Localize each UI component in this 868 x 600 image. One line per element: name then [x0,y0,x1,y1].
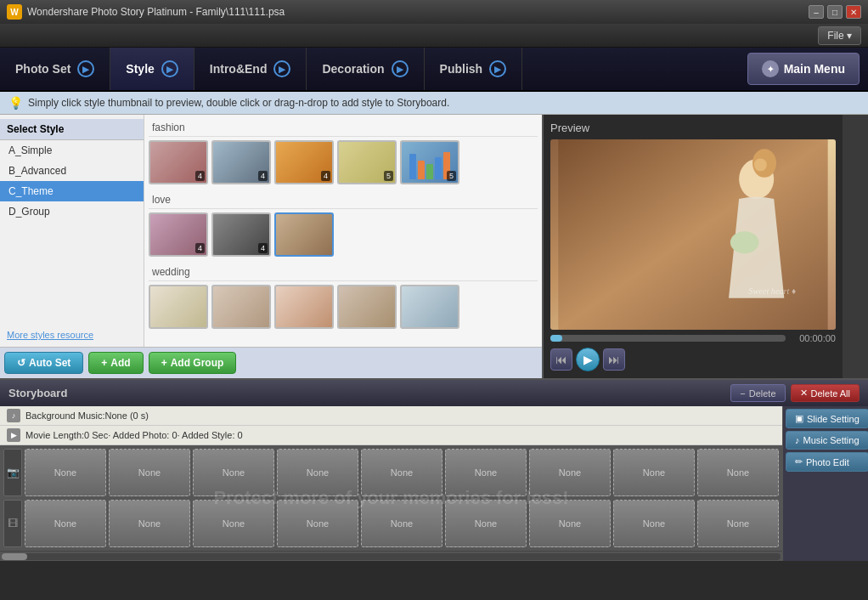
preview-progress-area: 00:00:00 [550,333,836,343]
style-thumb-f5[interactable]: 5 [400,140,459,184]
preview-time: 00:00:00 [789,333,836,343]
nav-decoration-label: Decoration [322,62,384,76]
hint-icon: 💡 [8,96,23,110]
sb-cell-1-9[interactable]: None [697,449,779,496]
storyboard-grid: Protect more of your memories for less! … [0,445,782,551]
sb-cell-1-7[interactable]: None [529,449,611,496]
category-a-simple[interactable]: A_Simple [0,140,144,161]
close-button[interactable]: ✕ [846,5,861,19]
sb-cell-2-6[interactable]: None [445,500,527,547]
nav-photo-set[interactable]: Photo Set ▶ [0,48,110,90]
app-logo: W [7,4,22,20]
style-grid: fashion 4 4 4 5 [144,115,542,347]
file-menu-button[interactable]: File ▾ [818,26,861,45]
nav-intro-end[interactable]: Intro&End ▶ [194,48,307,90]
sb-cell-2-5[interactable]: None [361,500,442,547]
sb-cell-2-7[interactable]: None [529,500,611,547]
delete-all-button[interactable]: ✕ Delete All [791,384,860,402]
x-icon: ✕ [800,388,808,399]
storyboard-row-2: 🎞 None None None None None None None Non… [3,500,779,547]
bar2 [418,161,425,179]
style-thumb-f2[interactable]: 4 [211,140,271,184]
category-list-header: Select Style [0,119,144,140]
horizontal-scrollbar[interactable] [0,551,782,561]
main-menu-label: Main Menu [784,62,845,76]
next-frame-button[interactable]: ⏭ [603,348,625,371]
fashion-row: 4 4 4 5 [149,140,538,184]
sb-cell-2-9[interactable]: None [697,500,779,547]
thumb-l2-badge: 4 [258,243,268,253]
category-c-theme[interactable]: C_Theme [0,181,144,201]
sb-cell-2-3[interactable]: None [193,500,274,547]
category-b-advanced[interactable]: B_Advanced [0,161,144,181]
scrollbar-thumb[interactable] [2,553,27,560]
nav-style-label: Style [126,62,154,76]
nav-publish[interactable]: Publish ▶ [425,48,523,90]
sb-cell-2-1[interactable]: None [25,500,106,547]
wedding-row [149,285,538,329]
slide-setting-button[interactable]: ▣ Slide Setting [786,409,868,428]
preview-progress-bar[interactable] [550,335,786,342]
delete-button[interactable]: − Delete [730,384,785,402]
style-thumb-f1[interactable]: 4 [149,140,208,184]
window-title: Wondershare Photo Story Platinum - Famil… [27,6,809,18]
style-thumb-f3[interactable]: 4 [274,140,334,184]
style-thumb-w3[interactable] [274,285,334,329]
bar1 [409,154,416,179]
play-button[interactable]: ▶ [576,348,600,371]
movie-info-text: Movie Length:0 Sec· Added Photo: 0· Adde… [25,430,243,440]
thumb-f1-badge: 4 [195,171,205,181]
nav-publish-arrow-icon: ▶ [489,60,506,77]
storyboard-label: Storyboard [8,387,67,399]
sb-cell-1-3[interactable]: None [193,449,274,496]
style-thumb-w2[interactable] [211,285,271,329]
sb-cell-2-4[interactable]: None [277,500,358,547]
category-d-group[interactable]: D_Group [0,201,144,222]
music-setting-button[interactable]: ♪ Music Setting [786,431,868,450]
nav-intro-end-arrow-icon: ▶ [273,60,290,77]
wedding-section-label: wedding [149,263,538,281]
style-thumb-l1[interactable]: 4 [149,212,208,257]
nav-style-arrow-icon: ▶ [161,60,178,77]
maximize-button[interactable]: □ [827,5,843,19]
add-button[interactable]: + Add [88,352,143,374]
sb-cell-1-4[interactable]: None [277,449,358,496]
style-thumb-w5[interactable] [400,285,459,329]
preview-controls: ⏮ ▶ ⏭ [550,348,836,371]
style-thumb-l2[interactable]: 4 [211,212,271,257]
style-thumb-w4[interactable] [337,285,397,329]
photo-edit-button[interactable]: ✏ Photo Edit [786,452,868,472]
sb-cell-1-6[interactable]: None [445,449,527,496]
thumb-l1-badge: 4 [195,243,205,253]
sb-cell-1-5[interactable]: None [361,449,442,496]
style-thumb-f4[interactable]: 5 [337,140,397,184]
sb-cell-1-8[interactable]: None [613,449,695,496]
more-styles-link[interactable]: More styles resource [7,330,93,340]
nav-style[interactable]: Style ▶ [110,48,194,90]
storyboard-header-right: − Delete ✕ Delete All [730,384,860,402]
sb-cell-2-2[interactable]: None [109,500,190,547]
svg-rect-0 [558,139,827,330]
add-group-button[interactable]: + Add Group [149,352,237,374]
sb-cell-1-2[interactable]: None [109,449,190,496]
prev-frame-button[interactable]: ⏮ [550,348,572,371]
slide-setting-icon: ▣ [795,413,803,424]
preview-label: Preview [550,122,836,134]
minimize-button[interactable]: – [809,5,824,19]
minus-icon: − [740,388,745,399]
main-menu-button[interactable]: ✦ Main Menu [747,53,860,85]
auto-set-button[interactable]: ↺ Auto Set [4,352,83,374]
info-rows: ♪ Background Music:None (0 s) ▶ Movie Le… [0,406,782,445]
sb-cell-2-8[interactable]: None [613,500,695,547]
style-thumb-w1[interactable] [149,285,208,329]
photo-edit-label: Photo Edit [806,457,849,467]
nav-publish-label: Publish [440,62,483,76]
sb-cell-1-1[interactable]: None [25,449,106,496]
music-icon: ♪ [7,409,20,422]
main-area: Select Style A_Simple B_Advanced C_Theme… [0,115,868,378]
style-section-fashion: fashion 4 4 4 5 [149,119,538,184]
nav-decoration[interactable]: Decoration ▶ [307,48,424,90]
style-thumb-l3[interactable]: Love03.jpg [274,212,334,257]
fashion-section-label: fashion [149,119,538,137]
storyboard-header-left: Storyboard [8,387,67,399]
